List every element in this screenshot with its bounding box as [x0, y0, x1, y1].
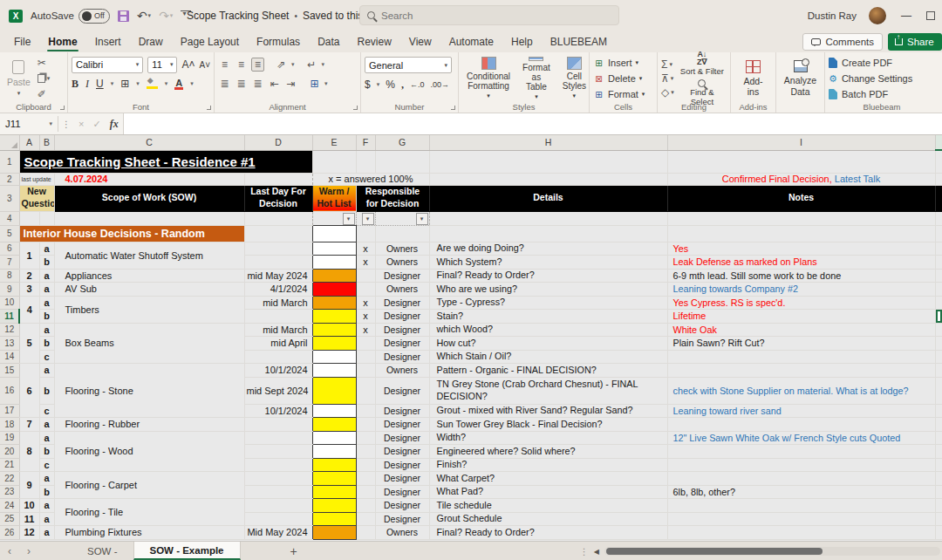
cell-H1[interactable] [429, 150, 667, 173]
cell-D21[interactable] [244, 458, 312, 472]
increase-indent-icon[interactable]: ⇥ [284, 78, 297, 90]
cell-E10[interactable] [312, 296, 356, 310]
cell-A18[interactable]: 7 [19, 418, 39, 432]
save-icon[interactable] [118, 10, 129, 22]
cell-I17[interactable]: Leaning toward river sand [667, 404, 935, 418]
cell-B6[interactable]: a [39, 242, 54, 256]
tab-view[interactable]: View [400, 32, 440, 51]
cell-H17[interactable]: Grout - mixed with River Sand? Regular S… [429, 404, 667, 418]
cell-G22[interactable]: Designer [375, 472, 429, 486]
cell-D9[interactable]: 4/1/2024 [244, 283, 312, 297]
cell-F22[interactable] [356, 472, 375, 486]
cell-H9[interactable]: Who are we using? [429, 283, 667, 297]
addins-button[interactable]: Add-ins [734, 57, 772, 100]
row-header-7[interactable]: 7 [0, 256, 19, 270]
cell-F14[interactable] [356, 350, 375, 364]
cell-B19[interactable]: a [39, 431, 54, 445]
cell-C6[interactable]: Automatic Water Shutoff System [54, 242, 244, 269]
cell-I18[interactable] [667, 418, 935, 432]
bottom-align-icon[interactable]: ≡ [251, 58, 264, 72]
autosave-toggle[interactable]: Off [78, 9, 110, 24]
prev-sheet-icon[interactable]: ‹ [0, 542, 19, 560]
cell-I5[interactable] [667, 225, 935, 242]
cell-J22[interactable] [935, 472, 942, 486]
row-header-5[interactable]: 5 [0, 225, 19, 242]
cell-J14[interactable] [935, 350, 942, 364]
cell-E2[interactable]: x = answered 100% [312, 173, 429, 185]
cell-J7[interactable] [935, 256, 942, 270]
redo-button[interactable]: ↷▾ [159, 9, 173, 23]
cell-H21[interactable]: Finish? [429, 458, 667, 472]
cell-I21[interactable] [667, 458, 935, 472]
wrap-text-icon[interactable]: ↵ [305, 58, 318, 71]
select-all-corner[interactable] [0, 135, 19, 150]
cell-A25[interactable]: 11 [19, 512, 39, 526]
cell-F18[interactable] [356, 418, 375, 432]
cell-H25[interactable]: Grout Schedule [429, 512, 667, 526]
tab-draw[interactable]: Draw [130, 32, 172, 51]
cell-H13[interactable]: How cut? [429, 337, 667, 351]
change-settings-button[interactable]: ⚙Change Settings [829, 72, 912, 85]
cell-I2[interactable]: Confirmed Final Decision, Latest Talk [667, 173, 935, 185]
cell-J15[interactable] [935, 364, 942, 378]
align-center-icon[interactable]: ≣ [235, 78, 248, 90]
cell-B8[interactable]: a [39, 269, 54, 283]
col-header-G[interactable]: G [375, 135, 429, 150]
cell-E21[interactable] [312, 458, 356, 472]
cell-F17[interactable] [356, 404, 375, 418]
cell-F25[interactable] [356, 512, 375, 526]
cell-A2[interactable]: last update [19, 173, 54, 185]
cell-J20[interactable] [935, 445, 942, 459]
cell-F4[interactable] [356, 211, 375, 225]
cell-C19[interactable]: Flooring - Wood [54, 431, 244, 472]
cell-H3[interactable]: Details [429, 185, 667, 211]
cell-G4[interactable] [375, 211, 429, 225]
next-sheet-icon[interactable]: › [19, 542, 38, 560]
cell-C18[interactable]: Flooring - Rubber [54, 418, 244, 432]
analyze-data-button[interactable]: Analyze Data [780, 57, 821, 100]
horizontal-scrollbar-thumb[interactable] [606, 548, 823, 555]
cell-J17[interactable] [935, 404, 942, 418]
cell-H15[interactable]: Pattern - Organic - FINAL DECISION? [429, 364, 667, 378]
cell-F9[interactable] [356, 283, 375, 297]
cell-C4[interactable] [54, 211, 244, 225]
formula-input[interactable] [123, 113, 942, 134]
cell-G9[interactable]: Owners [375, 283, 429, 297]
cell-E4[interactable] [312, 211, 356, 225]
cell-D5[interactable] [244, 225, 312, 242]
font-color-button[interactable]: A [174, 79, 183, 90]
row-header-14[interactable]: 14 [0, 350, 19, 364]
user-name[interactable]: Dustin Ray [808, 10, 857, 21]
cell-E16[interactable] [312, 377, 356, 404]
align-left-icon[interactable]: ≣ [218, 78, 231, 90]
cell-H5[interactable] [429, 225, 667, 242]
cell-D25[interactable] [244, 512, 312, 526]
cell-G1[interactable] [375, 150, 429, 173]
cell-D11[interactable] [244, 310, 312, 324]
cell-A3[interactable]: New Question [19, 185, 54, 211]
autosave-control[interactable]: AutoSave Off [31, 9, 110, 24]
cell-E11[interactable] [312, 310, 356, 324]
row-header-3[interactable]: 3 [0, 185, 19, 211]
autosum-button[interactable]: Σ▾ [661, 58, 674, 71]
cell-J26[interactable] [935, 526, 942, 540]
cell-G16[interactable]: Designer [375, 377, 429, 404]
cell-G25[interactable]: Designer [375, 512, 429, 526]
tab-review[interactable]: Review [348, 32, 399, 51]
row-header-19[interactable]: 19 [0, 431, 19, 445]
cell-E3[interactable]: Warm / Hot List [312, 185, 356, 211]
cell-I3[interactable]: Notes [667, 185, 935, 211]
cell-H11[interactable]: Stain? [429, 310, 667, 324]
cell-H18[interactable]: Sun Tower Grey Black - Final Decision? [429, 418, 667, 432]
cell-B7[interactable]: b [39, 256, 54, 270]
cell-F11[interactable]: x [356, 310, 375, 324]
cell-B24[interactable]: a [39, 499, 54, 513]
cell-H12[interactable]: which Wood? [429, 323, 667, 337]
cell-E25[interactable] [312, 512, 356, 526]
align-right-icon[interactable]: ≣ [251, 78, 264, 90]
row-header-9[interactable]: 9 [0, 283, 19, 297]
create-pdf-button[interactable]: Create PDF [829, 57, 912, 70]
cell-A6[interactable]: 1 [19, 242, 39, 269]
cell-I12[interactable]: White Oak [667, 323, 935, 337]
cell-J18[interactable] [935, 418, 942, 432]
